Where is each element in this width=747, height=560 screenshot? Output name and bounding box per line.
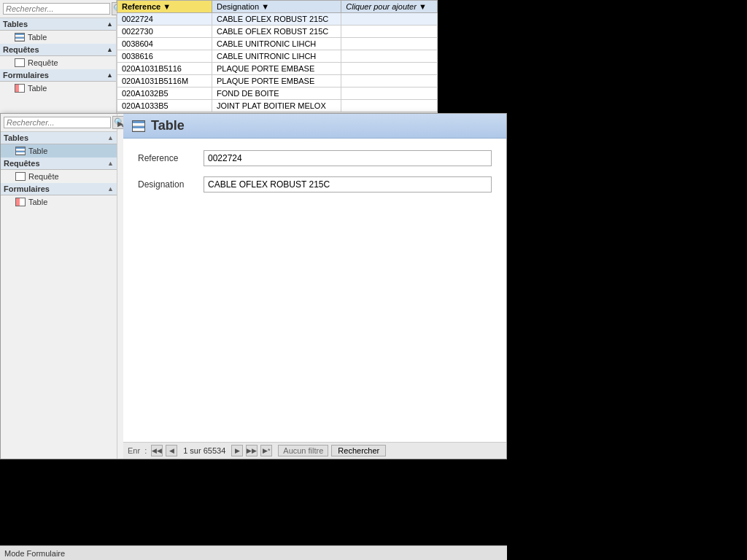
form-content: Reference Designation [123, 139, 506, 442]
nav-last-button[interactable]: ▶▶ [246, 445, 258, 456]
bg-cell-ref: 020A1032B5 [117, 88, 212, 100]
form-statusbar: Enr : ◀◀ ◀ 1 sur 65534 ▶ ▶▶ ▶* Aucun fil… [123, 442, 506, 459]
mode-bar: Mode Formulaire [0, 545, 507, 560]
requetes-chevron: ▲ [107, 160, 114, 167]
nav-next-button[interactable]: ▶ [231, 445, 243, 456]
bg-col-designation: Designation ▼ [212, 1, 341, 13]
mode-label: Mode Formulaire [4, 549, 65, 558]
enr-label: Enr [128, 446, 140, 455]
bg-cell-ref: 020A1033B5 [117, 100, 212, 112]
query-icon-sidebar [15, 172, 26, 181]
requetes-item-requete[interactable]: Requête [1, 170, 117, 183]
label-designation: Designation [138, 179, 204, 190]
input-designation[interactable] [204, 176, 492, 192]
section-formulaires-header[interactable]: Formulaires ▲ [1, 183, 117, 195]
bg-section-tables[interactable]: Tables ▲ [0, 18, 116, 31]
bg-cell-des: CABLE OFLEX ROBUST 215C [212, 13, 341, 26]
bg-table-row: 0038616CABLE UNITRONIC LIHCH [117, 50, 438, 63]
bg-data-table: Reference ▼ Designation ▼ Cliquer pour a… [117, 0, 438, 112]
form-icon [15, 84, 25, 93]
record-info: 1 sur 65534 [183, 446, 225, 455]
search-input[interactable] [4, 117, 111, 128]
bg-table-row: 0022724CABLE OFLEX ROBUST 215C [117, 13, 438, 26]
formulaires-item-table[interactable]: Table [1, 195, 117, 209]
form-icon-sidebar [15, 198, 26, 206]
bg-search-input[interactable] [3, 3, 110, 15]
form-title: Table [151, 118, 185, 133]
sidebar: 🔍 Tables ▲ Table Requêtes ▲ Requête Form… [1, 114, 117, 459]
bg-table-area: Reference ▼ Designation ▼ Cliquer pour a… [117, 0, 438, 113]
bg-table-row: 020A1033B5JOINT PLAT BOITIER MELOX [117, 100, 438, 112]
bg-section-requetes[interactable]: Requêtes ▲ [0, 44, 116, 56]
bg-table-row: 020A1031B5116MPLAQUE PORTE EMBASE [117, 75, 438, 88]
form-title-bar: Table [123, 114, 506, 139]
bg-cell-des: CABLE OFLEX ROBUST 215C [212, 26, 341, 38]
nav-first-button[interactable]: ◀◀ [151, 445, 163, 456]
nav-prev-button[interactable]: ◀ [166, 445, 177, 456]
formulaires-chevron: ▲ [107, 185, 114, 192]
tables-chevron: ▲ [107, 134, 114, 141]
field-reference: Reference [138, 150, 492, 166]
query-icon [15, 58, 25, 67]
nav-new-button[interactable]: ▶* [260, 445, 272, 456]
bg-col-reference: Reference ▼ [117, 1, 212, 13]
main-window: 🔍 Tables ▲ Table Requêtes ▲ Requête Form… [0, 113, 507, 459]
field-designation: Designation [138, 176, 492, 192]
label-reference: Reference [138, 153, 204, 163]
search-record-button[interactable]: Rechercher [331, 445, 386, 456]
bg-cell-des: FOND DE BOITE [212, 88, 341, 100]
sidebar-nav-arrow[interactable]: ▶ [117, 120, 123, 459]
form-title-icon [132, 120, 145, 132]
bg-table-row: 020A1032B5FOND DE BOITE [117, 88, 438, 100]
table-icon [15, 33, 25, 42]
bg-table-row: 020A1031B5116PLAQUE PORTE EMBASE [117, 63, 438, 75]
input-reference[interactable] [204, 150, 492, 166]
form-area: Table Reference Designation Enr : ◀◀ ◀ 1… [123, 114, 506, 459]
section-tables-header[interactable]: Tables ▲ [1, 132, 117, 144]
bg-cell-ref: 0038616 [117, 50, 212, 63]
bg-section-formulaires[interactable]: Formulaires ▲ [0, 69, 116, 82]
bg-cell-des: CABLE UNITRONIC LIHCH [212, 38, 341, 50]
bg-cell-des: CABLE UNITRONIC LIHCH [212, 50, 341, 63]
section-requetes-header[interactable]: Requêtes ▲ [1, 158, 117, 170]
bg-tables-item[interactable]: Table [0, 31, 116, 44]
bg-cell-des: PLAQUE PORTE EMBASE [212, 75, 341, 88]
bg-table-row: 0022730CABLE OFLEX ROBUST 215C [117, 26, 438, 38]
bg-cell-ref: 020A1031B5116 [117, 63, 212, 75]
bg-cell-ref: 0022730 [117, 26, 212, 38]
background-window: 🔍 Tables ▲ Table Requêtes ▲ Requête Form… [0, 0, 438, 113]
tables-item-table[interactable]: Table [1, 144, 117, 158]
bg-col-add[interactable]: Cliquer pour ajouter ▼ [341, 1, 438, 13]
bg-cell-des: JOINT PLAT BOITIER MELOX [212, 100, 341, 112]
filter-button[interactable]: Aucun filtre [278, 445, 328, 456]
bg-requetes-item[interactable]: Requête [0, 56, 116, 69]
table-icon-sidebar [15, 147, 26, 155]
bg-cell-ref: 0022724 [117, 13, 212, 26]
search-bar: 🔍 [1, 114, 117, 132]
bg-sidebar: 🔍 Tables ▲ Table Requêtes ▲ Requête Form… [0, 0, 117, 113]
bg-table-row: 0038604CABLE UNITRONIC LIHCH [117, 38, 438, 50]
bg-search-bar: 🔍 [0, 0, 116, 18]
bg-cell-ref: 020A1031B5116M [117, 75, 212, 88]
bg-formulaires-item[interactable]: Table [0, 82, 116, 95]
bg-cell-des: PLAQUE PORTE EMBASE [212, 63, 341, 75]
bg-cell-ref: 0038604 [117, 38, 212, 50]
